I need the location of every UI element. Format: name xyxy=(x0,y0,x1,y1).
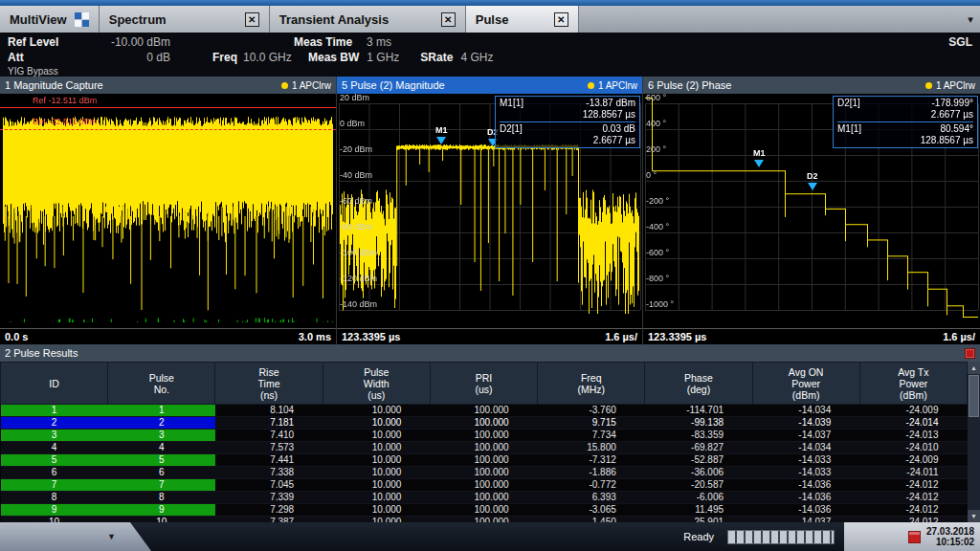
table-cell: -24.009 xyxy=(859,405,967,417)
ref-level-line[interactable] xyxy=(0,107,336,108)
y-axis-label: 0 ° xyxy=(646,170,657,180)
pulse-magnitude-plot[interactable]: M1 D2 M1[1]-13.87 dBm128.8567 µsD2[1]0.0… xyxy=(337,94,642,328)
meas-bw-value[interactable]: 1 GHz xyxy=(367,51,411,64)
marker-name: M1[1] xyxy=(500,98,523,109)
y-axis-label: 600 ° xyxy=(646,94,666,102)
table-cell: 15.800 xyxy=(538,442,645,454)
panel-pulse-magnitude: 5 Pulse (2) Magnitude 1 APClrw M1 D2 M1[… xyxy=(337,77,643,344)
results-table-icon xyxy=(965,348,975,359)
scroll-up-icon[interactable]: ▲ xyxy=(968,362,980,374)
marker-d2-icon[interactable] xyxy=(808,183,817,190)
x-axis-start: 0.0 s xyxy=(5,331,28,342)
freq-label[interactable]: Freq xyxy=(212,51,237,64)
att-value[interactable]: 0 dB xyxy=(75,51,170,64)
panel-pulse-magnitude-header[interactable]: 5 Pulse (2) Magnitude 1 APClrw xyxy=(337,77,642,94)
marker-value: 2.6677 µs xyxy=(931,109,973,121)
table-cell: 7 xyxy=(1,479,108,492)
table-scrollbar[interactable]: ▲ ▼ xyxy=(968,362,980,522)
table-row[interactable]: 227.18110.000100.0009.715-99.138-14.039-… xyxy=(1,417,968,430)
column-header: Freq (MHz) xyxy=(538,363,645,405)
table-cell: 10.000 xyxy=(323,467,430,479)
status-menu-tab[interactable]: ▼ xyxy=(0,522,151,551)
table-cell: 7.339 xyxy=(215,492,323,504)
freq-value[interactable]: 10.0 GHz xyxy=(243,51,297,64)
pulse-results-section: 2 Pulse Results IDPulse No.Rise Time (ns… xyxy=(0,344,980,522)
table-cell: -6.006 xyxy=(645,492,752,504)
tab-overflow-dropdown[interactable]: ▾ xyxy=(961,6,980,33)
detection-threshold-line[interactable] xyxy=(0,129,336,130)
marker-m1-icon[interactable] xyxy=(754,160,764,167)
scrollbar-track[interactable] xyxy=(968,418,980,510)
column-header: ID xyxy=(1,363,108,405)
marker-value: 2.6677 µs xyxy=(593,135,635,146)
tab-spectrum[interactable]: Spectrum ✕ xyxy=(100,6,270,33)
att-label[interactable]: Att xyxy=(8,51,75,64)
table-cell: 1 xyxy=(108,405,215,417)
table-row[interactable]: 557.44110.000100.000-7.312-52.887-14.033… xyxy=(1,454,968,467)
table-cell: 10.000 xyxy=(323,405,430,417)
srate-label[interactable]: SRate xyxy=(420,51,453,64)
table-cell: 7.573 xyxy=(215,442,323,454)
marker-m1-label: M1 xyxy=(753,148,766,158)
channel-tab-bar: MultiView Spectrum ✕ Transient Analysis … xyxy=(0,6,980,33)
panel-title: 5 Pulse (2) Magnitude xyxy=(342,79,445,91)
table-cell: -52.887 xyxy=(645,454,752,467)
close-icon[interactable]: ✕ xyxy=(441,12,456,27)
marker-m1-icon[interactable] xyxy=(436,137,446,144)
table-row[interactable]: 997.29810.000100.000-3.06511.495-14.036-… xyxy=(1,504,968,517)
tab-multiview-label: MultiView xyxy=(10,12,67,27)
marker-readout: D2[1]-178.999°2.6677 µs xyxy=(837,98,973,121)
pulse-results-title-bar[interactable]: 2 Pulse Results xyxy=(0,344,980,362)
table-cell: 8 xyxy=(1,492,108,504)
meas-time-label[interactable]: Meas Time xyxy=(294,35,367,49)
table-cell: -0.772 xyxy=(538,479,645,492)
meas-bw-label[interactable]: Meas BW xyxy=(308,51,359,64)
pulse-phase-plot[interactable]: M1 D2 D2[1]-178.999°2.6677 µsM1[1]80.594… xyxy=(643,94,980,328)
close-icon[interactable]: ✕ xyxy=(245,12,259,27)
scrollbar-thumb[interactable] xyxy=(969,375,979,417)
marker-readout-box: D2[1]-178.999°2.6677 µsM1[1]80.594°128.8… xyxy=(833,96,978,148)
trace-legend: 1 APClrw xyxy=(925,80,975,91)
column-header: Avg ON Power (dBm) xyxy=(752,363,859,405)
table-row[interactable]: 667.33810.000100.000-1.886-36.006-14.033… xyxy=(1,467,968,479)
measurement-progress-bar xyxy=(727,530,835,544)
table-cell: 6 xyxy=(1,467,108,479)
table-row[interactable]: 337.41010.000100.0007.734-83.359-14.037-… xyxy=(1,430,968,442)
table-cell: -24.013 xyxy=(859,430,967,442)
ref-level-value[interactable]: -10.00 dBm xyxy=(75,35,170,49)
tab-multiview[interactable]: MultiView xyxy=(0,6,100,33)
marker-readout: M1[1]-13.87 dBm128.8567 µs xyxy=(500,98,635,121)
magnitude-capture-plot[interactable]: Ref -12.511 dBm Det -22.511 dBm xyxy=(0,94,336,328)
marker-readout: D2[1]0.03 dB2.6677 µs xyxy=(500,121,635,146)
y-axis-label: -1000 ° xyxy=(646,299,674,309)
meas-time-value[interactable]: 3 ms xyxy=(367,35,391,49)
table-row[interactable]: 118.10410.000100.000-3.760-114.701-14.03… xyxy=(1,405,968,417)
table-cell: 4 xyxy=(1,442,108,454)
marker-d2-label: D2 xyxy=(807,171,818,181)
panel-pulse-phase-header[interactable]: 6 Pulse (2) Phase 1 APClrw xyxy=(643,77,980,94)
tab-spectrum-label: Spectrum xyxy=(109,12,167,27)
ref-level-label[interactable]: Ref Level xyxy=(8,35,75,49)
scroll-down-icon[interactable]: ▼ xyxy=(968,510,980,522)
trace-color-dot-icon xyxy=(925,82,932,89)
y-axis-label: -200 ° xyxy=(646,196,669,206)
y-axis-label: -140 dBm xyxy=(340,299,377,309)
tab-pulse[interactable]: Pulse ✕ xyxy=(466,6,579,33)
table-row[interactable]: 777.04510.000100.000-0.772-20.587-14.036… xyxy=(1,479,968,492)
table-row[interactable]: 447.57310.000100.00015.800-69.827-14.034… xyxy=(1,442,968,454)
table-row[interactable]: 887.33910.000100.0006.393-6.006-14.036-2… xyxy=(1,492,968,504)
panel-magnitude-capture-header[interactable]: 1 Magnitude Capture 1 APClrw xyxy=(0,77,336,94)
tab-pulse-label: Pulse xyxy=(476,12,509,27)
tab-transient-analysis[interactable]: Transient Analysis ✕ xyxy=(270,6,466,33)
x-axis-start: 123.3395 µs xyxy=(342,331,400,342)
panel-title: 1 Magnitude Capture xyxy=(5,79,103,91)
column-header: PRI (us) xyxy=(430,363,537,405)
table-cell: 7.338 xyxy=(215,467,323,479)
srate-value[interactable]: 4 GHz xyxy=(460,51,493,64)
chart-panels: 1 Magnitude Capture 1 APClrw Ref -12.511… xyxy=(0,77,980,344)
y-axis-label: -100 dBm xyxy=(340,248,377,257)
close-icon[interactable]: ✕ xyxy=(554,12,568,27)
table-cell: 10.000 xyxy=(323,492,430,504)
y-axis-label: -120 dBm xyxy=(340,274,377,283)
status-bar: ▼ Ready 27.03.2018 10:15:02 xyxy=(0,522,980,551)
